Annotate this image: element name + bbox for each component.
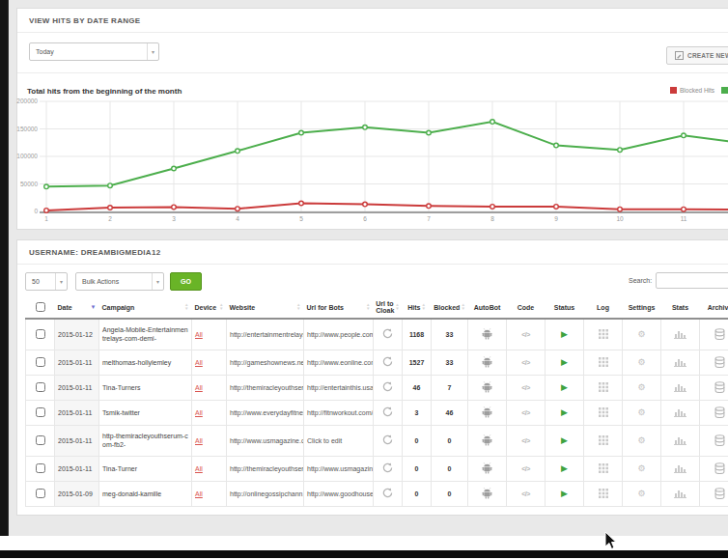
search-input[interactable]	[656, 272, 728, 289]
gear-icon[interactable]: ⚙	[637, 463, 645, 473]
go-button[interactable]: GO	[170, 272, 202, 291]
row-checkbox[interactable]	[36, 357, 45, 367]
cell-url-for-bots[interactable]: http://fitnworkout.com/	[304, 400, 374, 425]
grid-calendar-icon[interactable]	[599, 489, 608, 498]
refresh-circle-icon[interactable]	[382, 488, 393, 498]
bar-chart-icon[interactable]	[674, 463, 686, 473]
gear-icon[interactable]: ⚙	[637, 382, 645, 392]
row-checkbox[interactable]	[36, 463, 45, 473]
play-icon[interactable]: ▶	[561, 382, 568, 392]
cell-url-for-bots[interactable]: http://www.eonline.com/n...	[304, 350, 374, 375]
code-brackets-icon[interactable]: </>	[521, 331, 530, 338]
sort-desc-icon[interactable]: ▼	[91, 304, 97, 310]
col-header-hits[interactable]: Hits	[407, 304, 420, 311]
refresh-circle-icon[interactable]	[382, 462, 393, 473]
grid-calendar-icon[interactable]	[599, 329, 608, 339]
row-checkbox[interactable]	[36, 407, 45, 417]
bar-chart-icon[interactable]	[674, 382, 686, 392]
col-header-website[interactable]: Website	[230, 304, 256, 311]
grid-calendar-icon[interactable]	[599, 407, 608, 417]
cell-url-for-bots[interactable]: Click to edit	[304, 425, 374, 456]
col-header-device[interactable]: Device	[195, 304, 217, 311]
database-icon[interactable]	[714, 406, 725, 418]
bar-chart-icon[interactable]	[674, 407, 686, 417]
create-campaign-button[interactable]: CREATE NEW CAMPAIGN	[666, 46, 728, 65]
database-icon[interactable]	[714, 381, 725, 393]
select-all-checkbox[interactable]	[36, 302, 45, 312]
sort-icon[interactable]: ▲▼	[184, 303, 188, 311]
row-checkbox[interactable]	[36, 489, 45, 498]
refresh-circle-icon[interactable]	[382, 328, 393, 339]
code-brackets-icon[interactable]: </>	[521, 409, 530, 416]
bar-chart-icon[interactable]	[674, 357, 686, 367]
code-brackets-icon[interactable]: </>	[521, 384, 530, 391]
play-icon[interactable]: ▶	[561, 489, 568, 498]
play-icon[interactable]: ▶	[561, 357, 568, 367]
android-robot-icon[interactable]	[482, 488, 492, 499]
page-size-select[interactable]: 50 ▾	[25, 272, 68, 291]
android-robot-icon[interactable]	[482, 406, 492, 418]
col-header-date[interactable]: Date	[58, 304, 72, 311]
cell-url-for-bots[interactable]: http://www.goodhousele...	[304, 481, 374, 506]
code-brackets-icon[interactable]: </>	[521, 437, 530, 444]
refresh-circle-icon[interactable]	[382, 356, 393, 367]
device-link[interactable]: All	[195, 437, 203, 444]
device-link[interactable]: All	[195, 359, 203, 366]
grid-calendar-icon[interactable]	[599, 463, 608, 473]
bar-chart-icon[interactable]	[674, 489, 686, 498]
device-link[interactable]: All	[195, 384, 203, 391]
bar-chart-icon[interactable]	[674, 329, 686, 339]
android-robot-icon[interactable]	[482, 462, 492, 474]
android-robot-icon[interactable]	[482, 381, 492, 393]
bar-chart-icon[interactable]	[674, 435, 686, 445]
col-header-blocked[interactable]: Blocked	[434, 304, 460, 311]
code-brackets-icon[interactable]: </>	[521, 359, 530, 366]
code-brackets-icon[interactable]: </>	[521, 465, 530, 472]
database-icon[interactable]	[714, 356, 725, 368]
grid-calendar-icon[interactable]	[599, 435, 608, 445]
row-checkbox[interactable]	[36, 382, 45, 392]
refresh-circle-icon[interactable]	[382, 381, 393, 392]
col-header-campaign[interactable]: Campaign	[102, 304, 135, 311]
android-robot-icon[interactable]	[482, 356, 492, 368]
grid-calendar-icon[interactable]	[599, 382, 608, 392]
sort-icon[interactable]: ▲▼	[219, 303, 223, 311]
date-range-select[interactable]: Today ▾	[29, 42, 159, 61]
row-checkbox[interactable]	[36, 329, 45, 339]
database-icon[interactable]	[714, 434, 725, 446]
code-brackets-icon[interactable]: </>	[521, 490, 530, 497]
database-icon[interactable]	[714, 488, 725, 499]
gear-icon[interactable]: ⚙	[637, 489, 645, 498]
sort-icon[interactable]: ▲▼	[461, 303, 464, 311]
android-robot-icon[interactable]	[482, 328, 492, 340]
col-header-url_to_cloak[interactable]: Url to Cloak	[376, 300, 394, 314]
row-checkbox[interactable]	[36, 435, 45, 445]
cell-url-for-bots[interactable]: http://www.people.com/ar...	[304, 319, 374, 350]
device-link[interactable]: All	[195, 490, 203, 497]
play-icon[interactable]: ▶	[561, 329, 568, 339]
refresh-circle-icon[interactable]	[382, 434, 393, 445]
device-link[interactable]: All	[195, 465, 203, 472]
gear-icon[interactable]: ⚙	[637, 357, 645, 367]
device-link[interactable]: All	[195, 409, 203, 416]
gear-icon[interactable]: ⚙	[637, 329, 645, 339]
cell-url-for-bots[interactable]: http://www.usmagazine.c...	[304, 456, 374, 481]
sort-icon[interactable]: ▲▼	[366, 303, 370, 311]
play-icon[interactable]: ▶	[561, 463, 568, 473]
cell-url-for-bots[interactable]: http://entertainthis.usatod...	[304, 375, 374, 400]
play-icon[interactable]: ▶	[561, 435, 568, 445]
android-robot-icon[interactable]	[482, 434, 492, 446]
sort-icon[interactable]: ▲▼	[395, 303, 399, 311]
bulk-actions-select[interactable]: Bulk Actions ▾	[75, 272, 164, 291]
gear-icon[interactable]: ⚙	[637, 407, 645, 417]
database-icon[interactable]	[714, 328, 725, 340]
sort-icon[interactable]: ▲▼	[421, 303, 425, 311]
database-icon[interactable]	[714, 462, 725, 474]
play-icon[interactable]: ▶	[561, 407, 568, 417]
col-header-url_for_bots[interactable]: Url for Bots	[307, 304, 345, 311]
device-link[interactable]: All	[195, 331, 203, 338]
refresh-circle-icon[interactable]	[382, 406, 393, 417]
gear-icon[interactable]: ⚙	[637, 435, 645, 445]
grid-calendar-icon[interactable]	[599, 357, 608, 367]
sort-icon[interactable]: ▲▼	[296, 303, 300, 311]
